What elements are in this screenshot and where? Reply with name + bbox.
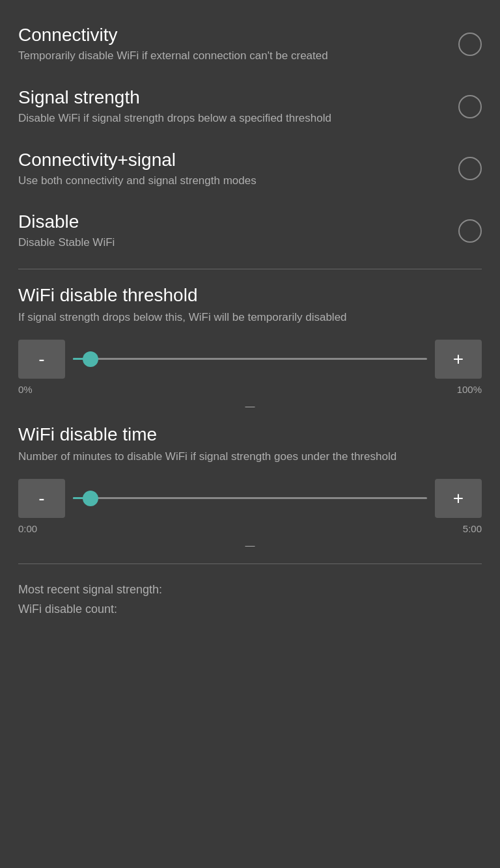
option-signal-strength-title: Signal strength xyxy=(18,87,445,108)
time-slider-row: - + xyxy=(18,479,482,518)
threshold-center-label: — xyxy=(18,400,482,411)
threshold-title: WiFi disable threshold xyxy=(18,285,482,306)
threshold-slider-row: - + xyxy=(18,340,482,379)
time-slider-thumb[interactable] xyxy=(83,491,98,506)
threshold-max-label: 100% xyxy=(457,384,482,395)
threshold-slider-thumb[interactable] xyxy=(83,351,98,367)
threshold-section: WiFi disable threshold If signal strengt… xyxy=(18,285,482,411)
option-connectivity-signal-title: Connectivity+signal xyxy=(18,150,445,170)
time-max-label: 5:00 xyxy=(463,523,482,534)
divider-2 xyxy=(18,563,482,564)
signal-strength-label: Most recent signal strength: xyxy=(18,580,482,600)
time-minus-button[interactable]: - xyxy=(18,479,65,518)
threshold-plus-button[interactable]: + xyxy=(435,340,482,379)
option-connectivity-signal[interactable]: Connectivity+signal Use both connectivit… xyxy=(18,138,482,200)
option-disable-desc: Disable Stable WiFi xyxy=(18,235,445,251)
option-connectivity-radio[interactable] xyxy=(458,33,482,56)
option-disable-radio[interactable] xyxy=(458,219,482,243)
option-disable[interactable]: Disable Disable Stable WiFi xyxy=(18,200,482,262)
disable-count-label: WiFi disable count: xyxy=(18,599,482,619)
time-plus-button[interactable]: + xyxy=(435,479,482,518)
time-min-label: 0:00 xyxy=(18,523,37,534)
time-section: WiFi disable time Number of minutes to d… xyxy=(18,424,482,550)
threshold-slider-track xyxy=(73,358,427,360)
time-slider-track-wrapper[interactable] xyxy=(73,479,427,518)
threshold-slider-track-wrapper[interactable] xyxy=(73,340,427,379)
option-connectivity[interactable]: Connectivity Temporarily disable WiFi if… xyxy=(18,13,482,75)
threshold-minus-button[interactable]: - xyxy=(18,340,65,379)
time-labels: 0:00 5:00 xyxy=(18,523,482,534)
option-signal-strength-desc: Disable WiFi if signal strength drops be… xyxy=(18,111,445,126)
divider-1 xyxy=(18,269,482,269)
time-title: WiFi disable time xyxy=(18,424,482,445)
info-section: Most recent signal strength: WiFi disabl… xyxy=(18,580,482,619)
option-disable-title: Disable xyxy=(18,211,445,232)
option-signal-strength-radio[interactable] xyxy=(458,95,482,118)
time-desc: Number of minutes to disable WiFi if sig… xyxy=(18,449,482,465)
threshold-labels: 0% 100% xyxy=(18,384,482,395)
threshold-min-label: 0% xyxy=(18,384,33,395)
options-list: Connectivity Temporarily disable WiFi if… xyxy=(18,13,482,262)
option-signal-strength[interactable]: Signal strength Disable WiFi if signal s… xyxy=(18,75,482,138)
option-connectivity-signal-desc: Use both connectivity and signal strengt… xyxy=(18,173,445,189)
threshold-desc: If signal strength drops below this, WiF… xyxy=(18,310,482,325)
time-center-label: — xyxy=(18,539,482,550)
option-connectivity-desc: Temporarily disable WiFi if external con… xyxy=(18,48,445,64)
option-connectivity-signal-radio[interactable] xyxy=(458,157,482,180)
option-connectivity-title: Connectivity xyxy=(18,25,445,46)
time-slider-track xyxy=(73,497,427,499)
